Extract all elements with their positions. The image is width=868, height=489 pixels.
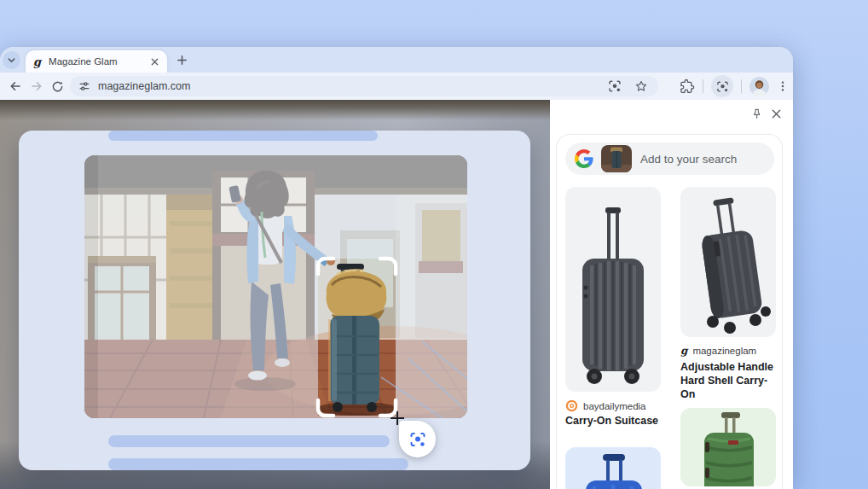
results-column-right: g magazineglam Adjustable Handle Hard Sh… — [680, 187, 776, 489]
tab-title: Magazine Glam — [49, 56, 150, 67]
source-name: baydailymedia — [583, 401, 646, 411]
address-bar[interactable]: magazineglam.com — [70, 76, 658, 96]
browser-window: g Magazine Glam magazineglam.com — [0, 47, 793, 489]
reload-button[interactable] — [49, 78, 66, 95]
lens-icon — [409, 431, 426, 448]
tab-close-icon[interactable] — [150, 57, 159, 67]
avatar-photo-icon — [749, 77, 769, 96]
lens-active-chip[interactable] — [711, 75, 733, 97]
screenshot-root: g Magazine Glam magazineglam.com — [0, 0, 868, 489]
product-image-suitcase-green[interactable] — [680, 408, 776, 486]
suitcase-image — [680, 187, 776, 337]
tab-strip: g Magazine Glam — [0, 47, 793, 73]
browser-toolbar: magazineglam.com — [0, 73, 793, 100]
results-column-left: baydailymedia Carry-On Suitcase — [565, 187, 661, 489]
suitcase-image — [565, 447, 661, 489]
forward-button[interactable] — [28, 78, 45, 95]
new-tab-button[interactable] — [173, 51, 190, 68]
site-info-icon[interactable] — [78, 80, 90, 92]
push-pin-icon — [750, 108, 763, 120]
baydailymedia-favicon-icon — [565, 399, 578, 412]
toolbar-separator — [741, 79, 742, 93]
photo-scene — [84, 155, 467, 418]
close-icon — [771, 108, 782, 119]
suitcase-image — [680, 408, 776, 486]
magazine-article-card — [19, 131, 530, 470]
pin-panel-button[interactable] — [749, 106, 764, 121]
tab-search-button[interactable] — [3, 51, 20, 69]
lens-selection-button[interactable] — [399, 421, 436, 457]
webpage-dimmed-background[interactable] — [0, 100, 550, 489]
magazineglam-favicon-icon: g — [680, 346, 687, 356]
product-image-suitcase-angled[interactable] — [680, 187, 776, 337]
result-title[interactable]: Adjustable Handle Hard Shell Carry-On — [680, 361, 776, 402]
back-button[interactable] — [7, 78, 24, 95]
result-source[interactable]: baydailymedia — [565, 399, 646, 412]
result-title[interactable]: Carry-On Suitcase — [565, 415, 661, 428]
article-photo[interactable] — [84, 155, 467, 418]
product-image-suitcase-front[interactable] — [565, 187, 661, 392]
arrow-left-icon — [9, 79, 22, 93]
lens-icon — [716, 80, 729, 93]
toolbar-separator — [703, 79, 703, 93]
selected-region-thumbnail — [601, 145, 632, 172]
google-g-icon — [575, 149, 593, 168]
result-source[interactable]: g magazineglam — [680, 346, 756, 356]
skeleton-text-bar — [108, 458, 408, 470]
tab-favicon-icon: g — [33, 56, 41, 67]
lens-search-bar[interactable]: Add to your search — [565, 143, 774, 175]
lens-side-panel: Add to your search — [550, 100, 793, 489]
plus-icon — [176, 55, 188, 66]
page-content: Add to your search — [0, 100, 793, 489]
skeleton-text-bar — [108, 131, 378, 141]
results-grid: baydailymedia Carry-On Suitcase — [565, 187, 774, 489]
profile-avatar[interactable] — [749, 77, 769, 96]
url-text: magazineglam.com — [98, 80, 608, 92]
source-name: magazineglam — [692, 346, 756, 356]
lens-address-icon[interactable] — [608, 79, 622, 93]
bookmark-star-icon[interactable] — [634, 79, 648, 93]
skeleton-text-bar — [108, 435, 390, 447]
suitcase-image — [565, 187, 661, 392]
chevron-down-icon — [7, 55, 16, 65]
close-panel-button[interactable] — [768, 106, 784, 121]
extensions-icon[interactable] — [680, 79, 695, 94]
arrow-right-icon — [30, 79, 43, 93]
product-image-suitcase-blue[interactable] — [565, 447, 661, 489]
menu-kebab-icon[interactable] — [777, 79, 789, 93]
refresh-icon — [51, 80, 64, 93]
search-placeholder: Add to your search — [640, 153, 737, 166]
toolbar-right-cluster — [680, 73, 789, 100]
tab-magazine-glam[interactable]: g Magazine Glam — [26, 50, 167, 73]
lens-results-card: Add to your search — [556, 134, 783, 489]
omnibox-right-icons — [608, 79, 648, 93]
